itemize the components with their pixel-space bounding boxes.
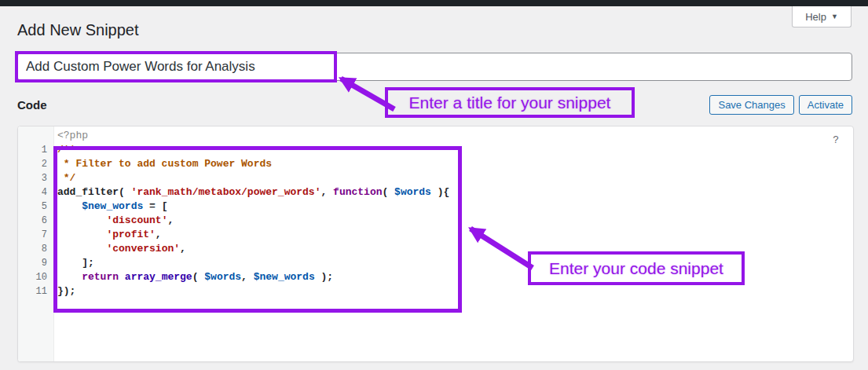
chevron-down-icon: ▼ [831,13,838,20]
editor-help-icon[interactable]: ? [833,134,839,146]
save-changes-button[interactable]: Save Changes [709,95,793,115]
page-title: Add New Snippet [17,21,139,39]
help-button[interactable]: Help ▼ [792,6,852,27]
admin-bar [0,0,868,6]
annotation-title-hint: Enter a title for your snippet [385,87,635,118]
line-numbers: 1234567891011 [18,126,54,361]
annotation-code-hint: Enter your code snippet [528,251,745,285]
code-area[interactable]: <?php/** * Filter to add custom Power Wo… [54,126,853,361]
code-section-label: Code [17,98,47,112]
code-action-buttons: Save Changes Activate [709,95,852,115]
activate-button[interactable]: Activate [799,95,852,115]
code-editor[interactable]: 1234567891011 <?php/** * Filter to add c… [17,126,854,362]
annotation-title-hint-text: Enter a title for your snippet [409,93,611,112]
annotation-code-hint-text: Enter your code snippet [549,259,723,278]
snippet-title-input[interactable] [17,53,852,81]
help-button-label: Help [805,11,826,23]
